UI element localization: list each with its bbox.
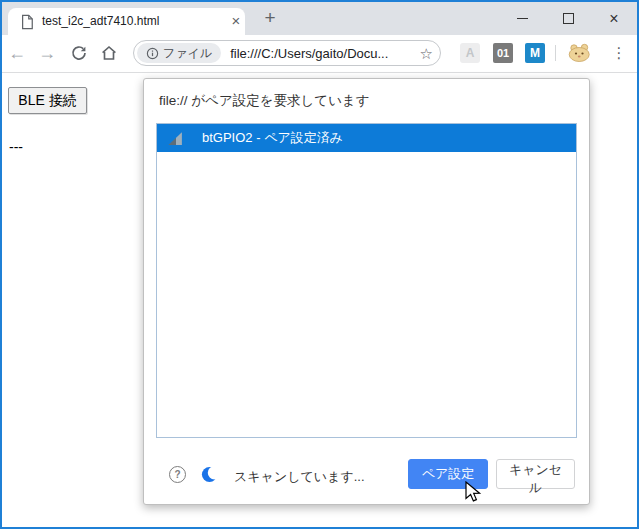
- extension-separator: [555, 45, 556, 61]
- dialog-title: file:// がペア設定を要求しています: [159, 92, 370, 110]
- browser-toolbar: ← → ファイル file:///C:/Users/ga: [2, 35, 637, 73]
- tab-title: test_i2c_adt7410.html: [42, 8, 159, 35]
- home-icon[interactable]: [95, 44, 123, 62]
- help-icon[interactable]: ?: [169, 466, 186, 483]
- browser-tab[interactable]: test_i2c_adt7410.html ×: [8, 8, 245, 35]
- url-text[interactable]: file:///C:/Users/gaito/Docu...: [230, 46, 388, 61]
- title-bar[interactable]: test_i2c_adt7410.html × + ×: [2, 2, 637, 35]
- maximize-button[interactable]: [545, 2, 591, 35]
- minimize-icon: [517, 18, 528, 19]
- device-list[interactable]: btGPIO2 - ペア設定済み: [156, 123, 577, 438]
- browser-window: test_i2c_adt7410.html × + × ← →: [0, 0, 639, 529]
- page-favicon-icon: [20, 14, 34, 34]
- hamster-extension-icon[interactable]: [568, 43, 591, 62]
- adobe-extension-icon[interactable]: A: [460, 43, 480, 63]
- security-chip-label: ファイル: [163, 45, 212, 62]
- info-icon: [146, 47, 159, 60]
- minimize-button[interactable]: [499, 2, 545, 35]
- m-extension-icon[interactable]: M: [525, 43, 545, 63]
- maximize-icon: [563, 13, 574, 24]
- browser-menu-icon[interactable]: ⋮: [607, 35, 631, 71]
- page-status-text: ---: [9, 139, 23, 155]
- signal-strength-icon: [167, 130, 184, 147]
- close-window-button[interactable]: ×: [591, 2, 637, 35]
- reload-icon[interactable]: [65, 44, 93, 62]
- address-bar[interactable]: ファイル file:///C:/Users/gaito/Docu... ☆: [133, 40, 441, 66]
- ble-connect-button[interactable]: BLE 接続: [8, 87, 87, 114]
- scanning-status-text: スキャンしています...: [234, 468, 365, 486]
- bluetooth-chooser-dialog: file:// がペア設定を要求しています: [143, 78, 590, 505]
- back-icon[interactable]: ←: [3, 35, 31, 71]
- bookmark-star-icon[interactable]: ☆: [420, 42, 433, 65]
- counter-extension-icon[interactable]: 01: [493, 43, 513, 63]
- forward-icon[interactable]: →: [33, 35, 61, 71]
- new-tab-icon[interactable]: +: [258, 4, 282, 32]
- security-chip[interactable]: ファイル: [137, 43, 221, 63]
- device-name: btGPIO2 - ペア設定済み: [202, 129, 343, 147]
- tab-close-icon[interactable]: ×: [226, 8, 246, 35]
- window-controls: ×: [499, 2, 637, 35]
- scanning-spinner-icon: [200, 465, 219, 484]
- cancel-button[interactable]: キャンセル: [496, 459, 575, 489]
- device-row[interactable]: btGPIO2 - ペア設定済み: [157, 124, 576, 152]
- mouse-cursor: [465, 481, 484, 508]
